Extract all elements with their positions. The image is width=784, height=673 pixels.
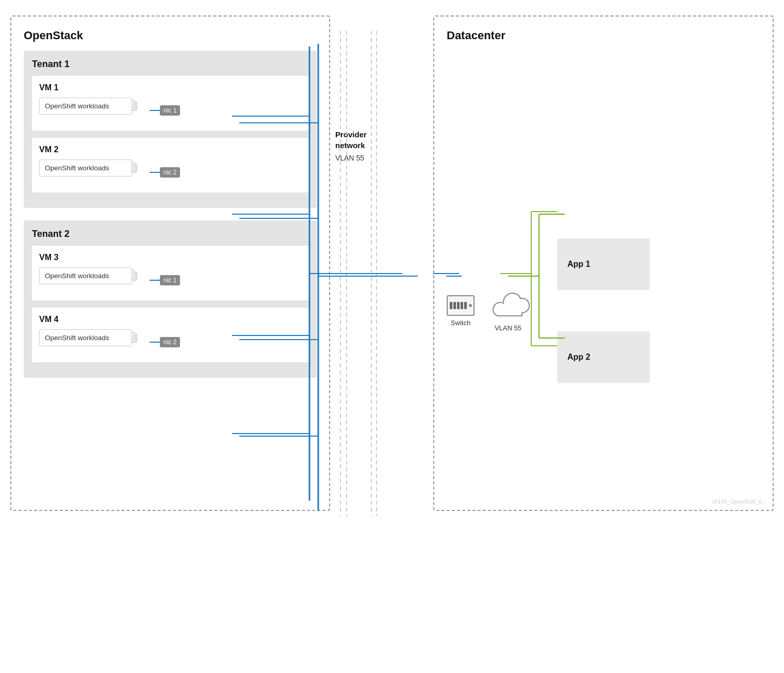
vm2-row: OpenShift workloads nic 2 [39,159,301,185]
vm1-nic-area: nic 1 [150,105,180,116]
cloud-icon [485,290,531,323]
vm3-nic-badge: nic 1 [160,275,180,285]
vm3-workload-card-front: OpenShift workloads [39,267,132,284]
vm3-h-line [150,280,160,281]
vm4-nic-area: nic 2 [150,337,180,347]
vm1-box: VM 1 OpenShift workloads nic 1 [32,76,308,131]
vm1-workload-stack: OpenShift workloads [39,98,148,123]
cloud-container: VLAN 55 [485,290,531,332]
vm3-box: VM 3 OpenShift workloads nic 1 [32,246,308,300]
app1-box: App 1 [557,238,650,290]
tenant2-label: Tenant 2 [32,229,308,239]
switch-label: Switch [451,319,470,327]
vm1-row: OpenShift workloads nic 1 [39,98,301,123]
app1-label: App 1 [567,260,590,269]
vm2-nic-badge: nic 2 [160,167,180,178]
switch-port-3 [457,302,460,309]
vm4-box: VM 4 OpenShift workloads nic 2 [32,308,308,362]
vm2-workload-card-front: OpenShift workloads [39,159,132,177]
vm4-row: OpenShift workloads nic 2 [39,329,301,355]
tenant1-label: Tenant 1 [32,59,308,70]
openstack-region: OpenStack Tenant 1 VM 1 OpenShift worklo… [10,15,330,511]
switch-dot [469,304,472,307]
datacenter-region: Datacenter [433,15,774,511]
app2-box: App 2 [557,331,650,383]
switch-port-2 [453,302,456,309]
vm3-workload-stack: OpenShift workloads [39,267,148,293]
vm2-workload-stack: OpenShift workloads [39,159,148,185]
vm4-workload-card-front: OpenShift workloads [39,329,132,346]
vm3-row: OpenShift workloads nic 1 [39,267,301,293]
switch-port-1 [450,302,452,309]
switch-icon [447,295,475,316]
provider-vlan-label: VLAN 55 [335,154,364,162]
vm3-label: VM 3 [39,253,301,262]
switch-ports [450,302,467,309]
switch-container: Switch [447,295,475,327]
watermark: rh170_OpenShift_0... [712,499,766,505]
network-row: Switch VLAN 55 App 1 App 2 [447,238,760,383]
app2-label: App 2 [567,352,590,362]
vm1-h-line [150,110,160,111]
vm1-label: VM 1 [39,83,301,92]
provider-network-label: Provider network [335,129,367,151]
vm2-nic-area: nic 2 [150,167,180,178]
vm2-h-line [150,172,160,173]
switch-port-5 [464,302,467,309]
provider-network-col: Provider network VLAN 55 [330,15,433,511]
vm3-nic-area: nic 1 [150,275,180,285]
diagram-container: OpenStack Tenant 1 VM 1 OpenShift worklo… [10,15,774,511]
vm4-label: VM 4 [39,315,301,324]
vm4-nic-badge: nic 2 [160,337,180,347]
vm1-nic-badge: nic 1 [160,105,180,116]
vlan55-cloud-label: VLAN 55 [495,324,521,332]
vm2-label: VM 2 [39,145,301,154]
datacenter-title: Datacenter [447,29,760,42]
vm2-box: VM 2 OpenShift workloads nic 2 [32,138,308,193]
openstack-title: OpenStack [24,29,317,42]
tenant1-box: Tenant 1 VM 1 OpenShift workloads nic 1 [24,51,317,208]
vm1-workload-card-front: OpenShift workloads [39,98,132,115]
apps-container: App 1 App 2 [557,238,650,383]
vm4-workload-stack: OpenShift workloads [39,329,148,355]
switch-port-4 [461,302,463,309]
vm4-h-line [150,342,160,343]
regions-row: OpenStack Tenant 1 VM 1 OpenShift worklo… [10,15,774,511]
tenant2-box: Tenant 2 VM 3 OpenShift workloads nic 1 [24,220,317,378]
